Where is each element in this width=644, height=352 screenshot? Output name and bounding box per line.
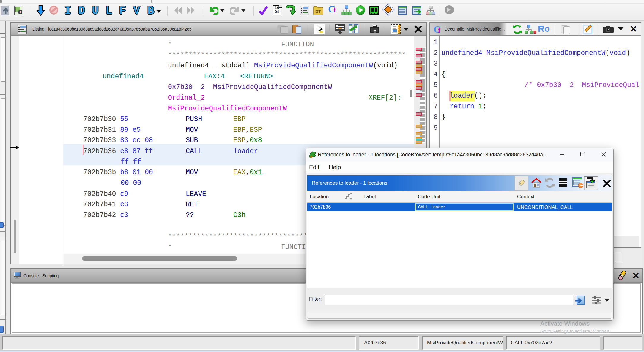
svg-text:DT: DT <box>315 9 321 14</box>
